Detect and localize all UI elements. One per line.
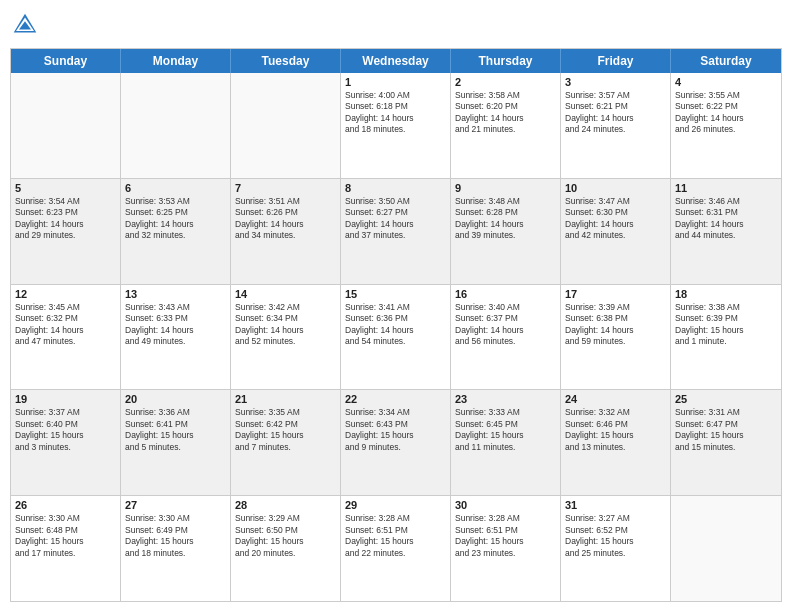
day-info: Sunrise: 3:41 AM Sunset: 6:36 PM Dayligh… bbox=[345, 302, 446, 348]
day-number: 25 bbox=[675, 393, 777, 405]
day-number: 30 bbox=[455, 499, 556, 511]
day-number: 8 bbox=[345, 182, 446, 194]
day-cell-29: 29Sunrise: 3:28 AM Sunset: 6:51 PM Dayli… bbox=[341, 496, 451, 601]
day-info: Sunrise: 3:27 AM Sunset: 6:52 PM Dayligh… bbox=[565, 513, 666, 559]
day-info: Sunrise: 3:33 AM Sunset: 6:45 PM Dayligh… bbox=[455, 407, 556, 453]
day-number: 1 bbox=[345, 76, 446, 88]
week-row-4: 26Sunrise: 3:30 AM Sunset: 6:48 PM Dayli… bbox=[11, 495, 781, 601]
day-cell-30: 30Sunrise: 3:28 AM Sunset: 6:51 PM Dayli… bbox=[451, 496, 561, 601]
day-info: Sunrise: 3:29 AM Sunset: 6:50 PM Dayligh… bbox=[235, 513, 336, 559]
day-cell-27: 27Sunrise: 3:30 AM Sunset: 6:49 PM Dayli… bbox=[121, 496, 231, 601]
day-info: Sunrise: 3:31 AM Sunset: 6:47 PM Dayligh… bbox=[675, 407, 777, 453]
day-cell-7: 7Sunrise: 3:51 AM Sunset: 6:26 PM Daylig… bbox=[231, 179, 341, 284]
day-info: Sunrise: 3:45 AM Sunset: 6:32 PM Dayligh… bbox=[15, 302, 116, 348]
day-number: 29 bbox=[345, 499, 446, 511]
day-cell-22: 22Sunrise: 3:34 AM Sunset: 6:43 PM Dayli… bbox=[341, 390, 451, 495]
day-cell-25: 25Sunrise: 3:31 AM Sunset: 6:47 PM Dayli… bbox=[671, 390, 781, 495]
day-cell-13: 13Sunrise: 3:43 AM Sunset: 6:33 PM Dayli… bbox=[121, 285, 231, 390]
day-cell-4: 4Sunrise: 3:55 AM Sunset: 6:22 PM Daylig… bbox=[671, 73, 781, 178]
day-info: Sunrise: 3:58 AM Sunset: 6:20 PM Dayligh… bbox=[455, 90, 556, 136]
day-number: 31 bbox=[565, 499, 666, 511]
day-number: 22 bbox=[345, 393, 446, 405]
day-info: Sunrise: 3:37 AM Sunset: 6:40 PM Dayligh… bbox=[15, 407, 116, 453]
empty-cell bbox=[231, 73, 341, 178]
day-cell-10: 10Sunrise: 3:47 AM Sunset: 6:30 PM Dayli… bbox=[561, 179, 671, 284]
day-info: Sunrise: 3:35 AM Sunset: 6:42 PM Dayligh… bbox=[235, 407, 336, 453]
day-info: Sunrise: 3:34 AM Sunset: 6:43 PM Dayligh… bbox=[345, 407, 446, 453]
day-header-sunday: Sunday bbox=[11, 49, 121, 73]
day-number: 15 bbox=[345, 288, 446, 300]
day-info: Sunrise: 3:57 AM Sunset: 6:21 PM Dayligh… bbox=[565, 90, 666, 136]
day-header-tuesday: Tuesday bbox=[231, 49, 341, 73]
day-cell-15: 15Sunrise: 3:41 AM Sunset: 6:36 PM Dayli… bbox=[341, 285, 451, 390]
calendar-header: SundayMondayTuesdayWednesdayThursdayFrid… bbox=[11, 49, 781, 73]
day-cell-6: 6Sunrise: 3:53 AM Sunset: 6:25 PM Daylig… bbox=[121, 179, 231, 284]
empty-cell bbox=[671, 496, 781, 601]
day-info: Sunrise: 3:55 AM Sunset: 6:22 PM Dayligh… bbox=[675, 90, 777, 136]
day-number: 11 bbox=[675, 182, 777, 194]
day-info: Sunrise: 3:30 AM Sunset: 6:49 PM Dayligh… bbox=[125, 513, 226, 559]
day-number: 19 bbox=[15, 393, 116, 405]
day-info: Sunrise: 3:50 AM Sunset: 6:27 PM Dayligh… bbox=[345, 196, 446, 242]
day-cell-21: 21Sunrise: 3:35 AM Sunset: 6:42 PM Dayli… bbox=[231, 390, 341, 495]
day-info: Sunrise: 3:43 AM Sunset: 6:33 PM Dayligh… bbox=[125, 302, 226, 348]
week-row-3: 19Sunrise: 3:37 AM Sunset: 6:40 PM Dayli… bbox=[11, 389, 781, 495]
day-cell-2: 2Sunrise: 3:58 AM Sunset: 6:20 PM Daylig… bbox=[451, 73, 561, 178]
calendar: SundayMondayTuesdayWednesdayThursdayFrid… bbox=[10, 48, 782, 602]
week-row-1: 5Sunrise: 3:54 AM Sunset: 6:23 PM Daylig… bbox=[11, 178, 781, 284]
day-number: 23 bbox=[455, 393, 556, 405]
day-number: 7 bbox=[235, 182, 336, 194]
day-header-monday: Monday bbox=[121, 49, 231, 73]
day-number: 5 bbox=[15, 182, 116, 194]
day-cell-17: 17Sunrise: 3:39 AM Sunset: 6:38 PM Dayli… bbox=[561, 285, 671, 390]
day-header-wednesday: Wednesday bbox=[341, 49, 451, 73]
day-cell-3: 3Sunrise: 3:57 AM Sunset: 6:21 PM Daylig… bbox=[561, 73, 671, 178]
empty-cell bbox=[121, 73, 231, 178]
day-number: 10 bbox=[565, 182, 666, 194]
day-cell-5: 5Sunrise: 3:54 AM Sunset: 6:23 PM Daylig… bbox=[11, 179, 121, 284]
day-header-thursday: Thursday bbox=[451, 49, 561, 73]
day-number: 21 bbox=[235, 393, 336, 405]
day-info: Sunrise: 3:30 AM Sunset: 6:48 PM Dayligh… bbox=[15, 513, 116, 559]
day-info: Sunrise: 3:48 AM Sunset: 6:28 PM Dayligh… bbox=[455, 196, 556, 242]
day-cell-31: 31Sunrise: 3:27 AM Sunset: 6:52 PM Dayli… bbox=[561, 496, 671, 601]
day-info: Sunrise: 3:28 AM Sunset: 6:51 PM Dayligh… bbox=[455, 513, 556, 559]
day-info: Sunrise: 3:39 AM Sunset: 6:38 PM Dayligh… bbox=[565, 302, 666, 348]
day-cell-1: 1Sunrise: 4:00 AM Sunset: 6:18 PM Daylig… bbox=[341, 73, 451, 178]
day-info: Sunrise: 3:40 AM Sunset: 6:37 PM Dayligh… bbox=[455, 302, 556, 348]
day-cell-19: 19Sunrise: 3:37 AM Sunset: 6:40 PM Dayli… bbox=[11, 390, 121, 495]
day-cell-24: 24Sunrise: 3:32 AM Sunset: 6:46 PM Dayli… bbox=[561, 390, 671, 495]
header bbox=[10, 10, 782, 40]
day-number: 24 bbox=[565, 393, 666, 405]
day-cell-20: 20Sunrise: 3:36 AM Sunset: 6:41 PM Dayli… bbox=[121, 390, 231, 495]
empty-cell bbox=[11, 73, 121, 178]
day-info: Sunrise: 3:36 AM Sunset: 6:41 PM Dayligh… bbox=[125, 407, 226, 453]
day-info: Sunrise: 4:00 AM Sunset: 6:18 PM Dayligh… bbox=[345, 90, 446, 136]
week-row-2: 12Sunrise: 3:45 AM Sunset: 6:32 PM Dayli… bbox=[11, 284, 781, 390]
day-info: Sunrise: 3:32 AM Sunset: 6:46 PM Dayligh… bbox=[565, 407, 666, 453]
day-info: Sunrise: 3:47 AM Sunset: 6:30 PM Dayligh… bbox=[565, 196, 666, 242]
day-cell-16: 16Sunrise: 3:40 AM Sunset: 6:37 PM Dayli… bbox=[451, 285, 561, 390]
calendar-body: 1Sunrise: 4:00 AM Sunset: 6:18 PM Daylig… bbox=[11, 73, 781, 601]
day-header-friday: Friday bbox=[561, 49, 671, 73]
day-number: 28 bbox=[235, 499, 336, 511]
logo bbox=[10, 10, 44, 40]
day-number: 9 bbox=[455, 182, 556, 194]
day-cell-12: 12Sunrise: 3:45 AM Sunset: 6:32 PM Dayli… bbox=[11, 285, 121, 390]
day-cell-14: 14Sunrise: 3:42 AM Sunset: 6:34 PM Dayli… bbox=[231, 285, 341, 390]
page: SundayMondayTuesdayWednesdayThursdayFrid… bbox=[0, 0, 792, 612]
day-number: 27 bbox=[125, 499, 226, 511]
day-cell-9: 9Sunrise: 3:48 AM Sunset: 6:28 PM Daylig… bbox=[451, 179, 561, 284]
day-number: 14 bbox=[235, 288, 336, 300]
day-number: 16 bbox=[455, 288, 556, 300]
day-number: 12 bbox=[15, 288, 116, 300]
day-info: Sunrise: 3:54 AM Sunset: 6:23 PM Dayligh… bbox=[15, 196, 116, 242]
day-number: 18 bbox=[675, 288, 777, 300]
day-cell-18: 18Sunrise: 3:38 AM Sunset: 6:39 PM Dayli… bbox=[671, 285, 781, 390]
day-info: Sunrise: 3:28 AM Sunset: 6:51 PM Dayligh… bbox=[345, 513, 446, 559]
day-cell-8: 8Sunrise: 3:50 AM Sunset: 6:27 PM Daylig… bbox=[341, 179, 451, 284]
day-number: 3 bbox=[565, 76, 666, 88]
day-info: Sunrise: 3:42 AM Sunset: 6:34 PM Dayligh… bbox=[235, 302, 336, 348]
day-number: 17 bbox=[565, 288, 666, 300]
logo-icon bbox=[10, 10, 40, 40]
